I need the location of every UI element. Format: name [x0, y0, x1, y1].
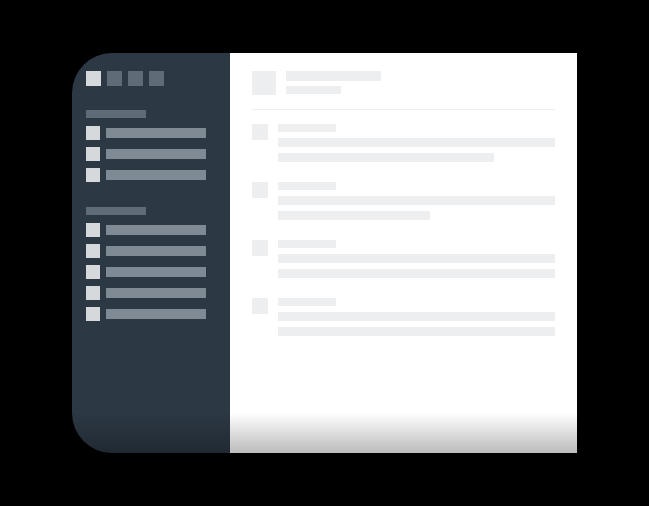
- nav-item[interactable]: [86, 265, 216, 279]
- header-avatar: [252, 71, 276, 95]
- item-line: [278, 269, 555, 278]
- header-title: [286, 71, 381, 81]
- nav-item[interactable]: [86, 307, 216, 321]
- item-title: [278, 298, 336, 306]
- list-item[interactable]: [252, 298, 555, 336]
- item-line: [278, 196, 555, 205]
- nav-item-icon: [86, 265, 100, 279]
- top-nav-icon-1[interactable]: [107, 71, 122, 86]
- header-text: [286, 71, 381, 95]
- nav-item-label: [106, 246, 206, 256]
- main-content: [230, 53, 577, 453]
- nav-item[interactable]: [86, 147, 216, 161]
- nav-item-label: [106, 128, 206, 138]
- item-title: [278, 240, 336, 248]
- item-body: [278, 298, 555, 336]
- item-body: [278, 182, 555, 220]
- item-title: [278, 124, 336, 132]
- nav-item-label: [106, 170, 206, 180]
- list-item[interactable]: [252, 240, 555, 278]
- nav-item-icon: [86, 126, 100, 140]
- nav-item-label: [106, 149, 206, 159]
- nav-item[interactable]: [86, 244, 216, 258]
- section-header-1: [86, 110, 146, 118]
- nav-item-icon: [86, 244, 100, 258]
- nav-item-icon: [86, 168, 100, 182]
- content-header: [252, 71, 555, 110]
- nav-item[interactable]: [86, 126, 216, 140]
- nav-item-label: [106, 288, 206, 298]
- nav-item[interactable]: [86, 223, 216, 237]
- app-icon[interactable]: [86, 71, 101, 86]
- sidebar: [72, 53, 230, 453]
- nav-item-label: [106, 225, 206, 235]
- nav-item-label: [106, 309, 206, 319]
- list-item[interactable]: [252, 124, 555, 162]
- item-avatar: [252, 182, 268, 198]
- item-body: [278, 240, 555, 278]
- item-avatar: [252, 298, 268, 314]
- item-avatar: [252, 240, 268, 256]
- nav-item-icon: [86, 286, 100, 300]
- item-line: [278, 327, 555, 336]
- item-line: [278, 138, 555, 147]
- app-window: [72, 53, 577, 453]
- item-line: [278, 312, 555, 321]
- nav-item-icon: [86, 223, 100, 237]
- item-body: [278, 124, 555, 162]
- nav-item[interactable]: [86, 286, 216, 300]
- nav-item-icon: [86, 147, 100, 161]
- item-line: [278, 153, 494, 162]
- sidebar-top-nav: [86, 71, 216, 86]
- header-subtitle: [286, 86, 341, 94]
- item-line: [278, 254, 555, 263]
- section-header-2: [86, 207, 146, 215]
- top-nav-icon-2[interactable]: [128, 71, 143, 86]
- nav-item[interactable]: [86, 168, 216, 182]
- item-line: [278, 211, 430, 220]
- top-nav-icon-3[interactable]: [149, 71, 164, 86]
- nav-item-icon: [86, 307, 100, 321]
- list-item[interactable]: [252, 182, 555, 220]
- nav-item-label: [106, 267, 206, 277]
- item-title: [278, 182, 336, 190]
- item-avatar: [252, 124, 268, 140]
